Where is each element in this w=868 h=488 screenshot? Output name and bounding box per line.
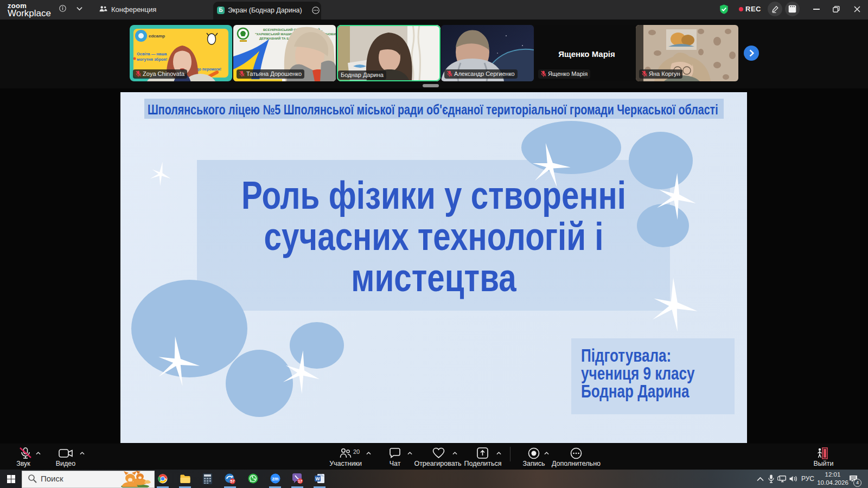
svg-text:edcamp: edcamp <box>149 34 165 38</box>
svg-text:zm: zm <box>272 476 279 481</box>
svg-text:W: W <box>315 476 320 481</box>
svg-text:могутня зброя!: могутня зброя! <box>137 57 167 62</box>
svg-text:Освіта — наша: Освіта — наша <box>137 52 167 56</box>
svg-text:17: 17 <box>298 479 302 483</box>
svg-text:57: 57 <box>230 479 234 484</box>
